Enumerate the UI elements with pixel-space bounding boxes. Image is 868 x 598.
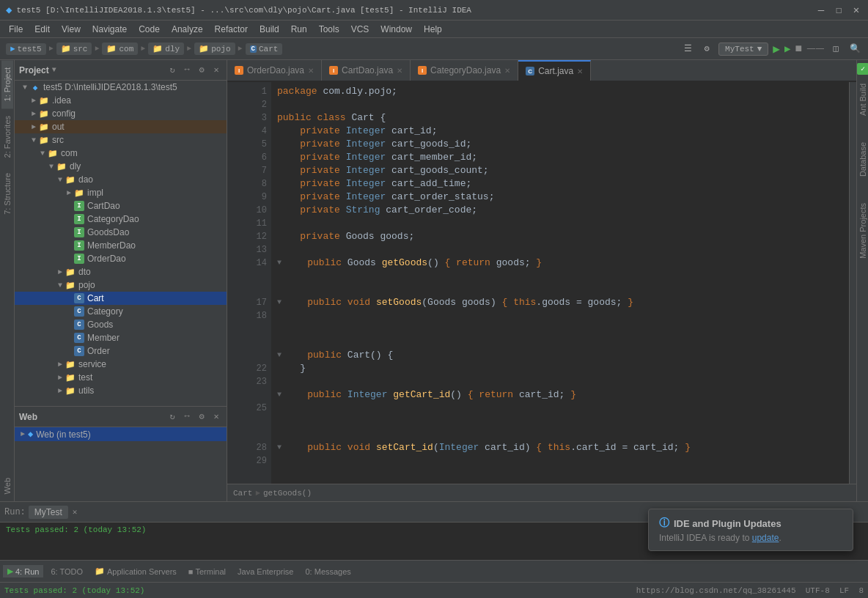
menu-run[interactable]: Run (285, 23, 313, 36)
tree-item-orderdao[interactable]: I OrderDao (15, 252, 227, 265)
close-button[interactable]: ✕ (850, 4, 862, 16)
settings-icon2[interactable]: ⚙ (196, 411, 207, 422)
web-item-in-test5[interactable]: ► ◆ Web (in test5) (15, 427, 227, 441)
debug-button[interactable]: ▶ (784, 43, 790, 55)
close-tab-icon2[interactable]: ✕ (397, 67, 402, 75)
tab-cartdao[interactable]: I CartDao.java ✕ (322, 60, 411, 81)
bottom-tab-todo[interactable]: 6: TODO (46, 566, 87, 577)
menu-vcs[interactable]: VCS (345, 23, 375, 36)
menu-refactor[interactable]: Refactor (209, 23, 254, 36)
tree-item-order[interactable]: C Order (15, 344, 227, 358)
tree-item-member[interactable]: C Member (15, 331, 227, 344)
layout-btn[interactable]: ☰ (680, 42, 695, 56)
tab-cart[interactable]: C Cart.java ✕ (518, 60, 591, 81)
folder-icon: 📁 (65, 358, 76, 370)
maximize-button[interactable]: ☐ (833, 4, 845, 16)
search-btn[interactable]: 🔍 (847, 42, 862, 56)
close-tab-icon4[interactable]: ✕ (577, 67, 583, 75)
tree-item-test5[interactable]: ▼ ◆ test5 D:\IntelliJIDEA2018.1.3\test5 (15, 81, 227, 94)
tree-item-out[interactable]: ► 📁 out (15, 120, 227, 133)
maven-projects-label[interactable]: Maven Projects (857, 197, 869, 265)
structure-tab-label[interactable]: 7: Structure (1, 166, 13, 222)
tree-item-utils[interactable]: ► 📁 utils (15, 384, 227, 397)
tree-label: dto (78, 267, 91, 277)
code-line: ▼ public void setGoods(Goods goods) { th… (277, 296, 843, 309)
tree-item-src[interactable]: ▼ 📁 src (15, 133, 227, 147)
expand-arrow: ► (29, 97, 38, 105)
more-btn[interactable]: ⸻⸻ (806, 43, 824, 54)
menu-edit[interactable]: Edit (29, 23, 56, 36)
breadcrumb-com[interactable]: 📁 com (102, 43, 138, 55)
favorites-tab-label[interactable]: 2: Favorites (1, 108, 13, 165)
tree-item-dao[interactable]: ▼ 📁 dao (15, 173, 227, 186)
tree-item-goodsdao[interactable]: I GoodsDao (15, 226, 227, 239)
menu-code[interactable]: Code (133, 23, 166, 36)
menu-help[interactable]: Help (418, 23, 448, 36)
tree-item-category[interactable]: C Category (15, 305, 227, 318)
tree-item-impl[interactable]: ► 📁 impl (15, 186, 227, 199)
tree-item-goods[interactable]: C Goods (15, 318, 227, 331)
run-tab[interactable]: MyTest (29, 506, 68, 519)
close-tab-icon[interactable]: ✕ (308, 67, 314, 75)
run-button[interactable]: ▶ (773, 42, 780, 56)
code-line (277, 402, 843, 415)
tree-item-config[interactable]: ► 📁 config (15, 107, 227, 120)
menu-analyze[interactable]: Analyze (166, 23, 209, 36)
breadcrumb-test5[interactable]: ► test5 (6, 43, 46, 55)
menu-tools[interactable]: Tools (313, 23, 345, 36)
close-run-icon[interactable]: ✕ (73, 507, 78, 517)
menu-file[interactable]: File (3, 23, 29, 36)
run-config[interactable]: MyTest ▼ (718, 43, 768, 56)
minimize-button[interactable]: — (815, 4, 827, 16)
tree-item-memberdao[interactable]: I MemberDao (15, 239, 227, 252)
close-tab-icon3[interactable]: ✕ (504, 67, 510, 75)
tree-item-com[interactable]: ▼ 📁 com (15, 147, 227, 160)
breadcrumb-cart[interactable]: C Cart (246, 43, 283, 55)
settings-icon[interactable]: ⚙ (196, 64, 207, 75)
code-content[interactable]: package com.dly.pojo; public class Cart … (271, 82, 849, 484)
breadcrumb-pojo[interactable]: 📁 pojo (194, 43, 235, 55)
split-btn[interactable]: ◫ (828, 42, 843, 56)
bottom-tab-terminal[interactable]: ■ Terminal (184, 566, 230, 577)
tree-item-cartdao[interactable]: I CartDao (15, 199, 227, 213)
scrollbar-right[interactable] (849, 82, 856, 484)
tree-label: CategoryDao (87, 214, 139, 224)
bottom-tab-appservers[interactable]: 📁 Application Servers (90, 565, 181, 577)
tree-item-service[interactable]: ► 📁 service (15, 358, 227, 371)
update-link[interactable]: update (752, 533, 779, 543)
tree-item-dly[interactable]: ▼ 📁 dly (15, 160, 227, 173)
settings-btn[interactable]: ⚙ (699, 42, 714, 56)
close-icon[interactable]: ✕ (210, 411, 222, 422)
bottom-tab-messages[interactable]: 0: Messages (301, 566, 355, 577)
bottom-tab-run[interactable]: ▶ 4: Run (3, 565, 43, 577)
tab-categorydao[interactable]: I CategoryDao.java ✕ (411, 60, 518, 81)
tree-item-cart[interactable]: C Cart (15, 292, 227, 305)
close-panel-icon[interactable]: ✕ (210, 64, 222, 75)
class-tab-icon: C (526, 67, 534, 75)
tree-item-pojo[interactable]: ▼ 📁 pojo (15, 278, 227, 292)
code-line: } (277, 362, 843, 375)
code-gutter (227, 82, 242, 484)
tree-item-categorydao[interactable]: I CategoryDao (15, 213, 227, 226)
tab-orderdao[interactable]: I OrderDao.java ✕ (227, 60, 322, 81)
sync-icon2[interactable]: ↻ (166, 411, 178, 422)
tree-item-idea[interactable]: ► 📁 .idea (15, 94, 227, 107)
bottom-tab-javaee[interactable]: Java Enterprise (233, 566, 298, 577)
project-tab-label[interactable]: 1: Project (1, 60, 13, 108)
web-tab-label[interactable]: Web (1, 470, 13, 501)
stop-button[interactable]: ■ (795, 43, 802, 56)
menu-window[interactable]: Window (375, 23, 418, 36)
tree-item-test[interactable]: ► 📁 test (15, 371, 227, 384)
tree-label: MemberDao (87, 240, 136, 251)
breadcrumb-dly[interactable]: 📁 dly (148, 43, 184, 55)
collapse-icon[interactable]: ↔ (181, 64, 193, 75)
menu-navigate[interactable]: Navigate (87, 23, 133, 36)
breadcrumb-src[interactable]: 📁 src (56, 43, 92, 55)
expand-icon[interactable]: ↔ (181, 411, 193, 422)
sync-icon[interactable]: ↻ (166, 64, 178, 75)
database-label[interactable]: Database (857, 136, 869, 182)
ant-build-label[interactable]: Ant Build (857, 78, 869, 122)
menu-build[interactable]: Build (254, 23, 285, 36)
menu-view[interactable]: View (56, 23, 87, 36)
tree-item-dto[interactable]: ► 📁 dto (15, 265, 227, 278)
